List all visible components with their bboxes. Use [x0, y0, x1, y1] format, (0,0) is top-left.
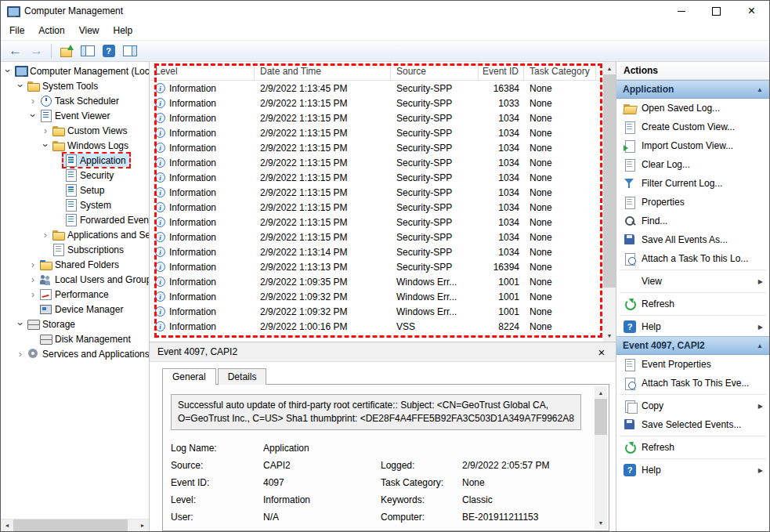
event-row[interactable]: Information2/9/2022 1:13:15 PMSecurity-S…	[150, 110, 616, 125]
tree-item-local-users-and-groups[interactable]: Local Users and Groups	[1, 272, 149, 287]
event-row[interactable]: Information2/9/2022 1:13:15 PMSecurity-S…	[150, 230, 616, 244]
tree-item-services-and-applications[interactable]: Services and Applications	[1, 346, 149, 361]
action-help[interactable]: Help	[616, 317, 769, 336]
tree-item-setup[interactable]: Setup	[1, 183, 149, 197]
tree-item-forwarded-event[interactable]: Forwarded Event	[1, 212, 149, 227]
chevron-expanded-icon[interactable]	[15, 81, 26, 91]
tree-item-application[interactable]: Application	[1, 153, 149, 168]
collapse-chevron-icon[interactable]	[757, 342, 763, 349]
action-create-custom-view[interactable]: Create Custom View...	[616, 118, 769, 136]
action-find[interactable]: Find...	[616, 212, 769, 230]
tree-item-computer-management-local[interactable]: Computer Management (Local	[1, 63, 149, 78]
column-header-source[interactable]: Source	[391, 62, 479, 80]
tab-details[interactable]: Details	[218, 368, 267, 385]
tree-item-performance[interactable]: Performance	[1, 287, 149, 302]
menu-item-help[interactable]: Help	[107, 23, 140, 38]
scrollbar-thumb[interactable]	[595, 399, 607, 435]
actions-section-event-4097-capi2[interactable]: Event 4097, CAPI2	[616, 336, 769, 355]
action-import-custom-view[interactable]: Import Custom View...	[616, 136, 769, 155]
scroll-down-button[interactable]	[603, 329, 616, 342]
action-event-properties[interactable]: Event Properties	[616, 355, 769, 374]
tree-item-applications-and-se[interactable]: Applications and Se	[1, 227, 149, 242]
tree-item-disk-management[interactable]: Disk Management	[1, 331, 149, 346]
chevron-expanded-icon[interactable]	[27, 110, 38, 121]
action-help[interactable]: Help	[616, 461, 769, 480]
action-open-saved-log[interactable]: Open Saved Log...	[616, 99, 769, 118]
menu-item-action[interactable]: Action	[31, 23, 71, 38]
minimize-button[interactable]	[663, 1, 699, 21]
event-row[interactable]: Information2/9/2022 1:13:15 PMSecurity-S…	[150, 125, 616, 140]
action-refresh[interactable]: Refresh	[616, 295, 769, 313]
tree-item-system-tools[interactable]: System Tools	[1, 78, 149, 93]
chevron-expanded-icon[interactable]	[2, 66, 13, 76]
chevron-expanded-icon[interactable]	[40, 140, 51, 150]
chevron-collapsed-icon[interactable]	[27, 274, 38, 284]
tree-item-custom-views[interactable]: Custom Views	[1, 123, 149, 138]
event-row[interactable]: Information2/9/2022 1:13:13 PMSecurity-S…	[150, 259, 616, 274]
chevron-collapsed-icon[interactable]	[15, 349, 26, 359]
event-row[interactable]: Information2/9/2022 1:13:14 PMSecurity-S…	[150, 244, 616, 259]
event-row[interactable]: Information2/9/2022 1:00:16 PMVSS8224Non…	[150, 319, 616, 334]
action-copy[interactable]: Copy	[616, 396, 769, 415]
event-row[interactable]: Information2/9/2022 1:09:32 PMWindows Er…	[150, 304, 616, 319]
scroll-right-button[interactable]	[136, 519, 149, 532]
actions-section-application[interactable]: Application	[616, 80, 769, 99]
chevron-expanded-icon[interactable]	[15, 319, 26, 329]
chevron-collapsed-icon[interactable]	[40, 230, 51, 240]
action-save-selected-events[interactable]: Save Selected Events...	[616, 415, 769, 434]
action-properties[interactable]: Properties	[616, 193, 769, 212]
collapse-chevron-icon[interactable]	[757, 86, 763, 93]
tree-item-task-scheduler[interactable]: Task Scheduler	[1, 93, 149, 108]
close-detail-icon[interactable]	[595, 346, 608, 359]
action-attach-a-task-to-this-lo[interactable]: Attach a Task To this Lo...	[616, 249, 769, 268]
event-row[interactable]: Information2/9/2022 1:13:15 PMSecurity-S…	[150, 170, 616, 185]
tab-general[interactable]: General	[162, 368, 216, 385]
detail-scrollbar[interactable]	[595, 386, 607, 529]
show-action-pane-button[interactable]	[120, 42, 139, 60]
show-console-tree-button[interactable]	[78, 42, 97, 60]
column-header-event-id[interactable]: Event ID	[479, 62, 524, 80]
event-row[interactable]: Information2/9/2022 1:13:15 PMSecurity-S…	[150, 185, 616, 200]
chevron-collapsed-icon[interactable]	[27, 259, 38, 270]
chevron-collapsed-icon[interactable]	[27, 96, 38, 106]
event-row[interactable]: Information2/9/2022 1:13:15 PMSecurity-S…	[150, 200, 616, 215]
tree-item-system[interactable]: System	[1, 197, 149, 212]
forward-button[interactable]	[27, 42, 46, 60]
tree-item-device-manager[interactable]: Device Manager	[1, 302, 149, 317]
event-row[interactable]: Information2/9/2022 1:13:15 PMSecurity-S…	[150, 215, 616, 230]
scroll-left-button[interactable]	[1, 519, 13, 532]
menu-item-view[interactable]: View	[72, 23, 107, 38]
up-level-button[interactable]	[56, 42, 76, 60]
chevron-collapsed-icon[interactable]	[40, 125, 51, 136]
chevron-collapsed-icon[interactable]	[27, 289, 38, 299]
menu-item-file[interactable]: File	[2, 23, 31, 38]
scroll-up-button[interactable]	[603, 62, 616, 74]
action-clear-log[interactable]: Clear Log...	[616, 155, 769, 174]
help-button[interactable]	[99, 42, 118, 60]
tree-item-event-viewer[interactable]: Event Viewer	[1, 108, 149, 123]
event-row[interactable]: Information2/9/2022 1:09:32 PMWindows Er…	[150, 289, 616, 304]
event-list-scrollbar[interactable]	[603, 62, 616, 342]
scrollbar-thumb[interactable]	[603, 74, 616, 288]
tree-item-storage[interactable]: Storage	[1, 317, 149, 331]
action-save-all-events-as[interactable]: Save All Events As...	[616, 230, 769, 249]
scroll-down-button[interactable]	[595, 516, 607, 529]
action-filter-current-log[interactable]: Filter Current Log...	[616, 174, 769, 193]
column-header-task-category[interactable]: Task Category	[524, 62, 596, 80]
event-row[interactable]: Information2/9/2022 1:13:15 PMSecurity-S…	[150, 140, 616, 155]
tree-item-subscriptions[interactable]: Subscriptions	[1, 242, 149, 257]
action-attach-task-to-this-eve[interactable]: Attach Task To This Eve...	[616, 374, 769, 393]
scrollbar-thumb[interactable]	[13, 519, 128, 532]
tree-item-security[interactable]: Security	[1, 168, 149, 183]
action-view[interactable]: View	[616, 272, 769, 291]
event-row[interactable]: Information2/9/2022 1:13:15 PMSecurity-S…	[150, 155, 616, 170]
tree-horizontal-scrollbar[interactable]	[1, 519, 149, 531]
tree-item-windows-logs[interactable]: Windows Logs	[1, 138, 149, 153]
action-refresh[interactable]: Refresh	[616, 438, 769, 457]
scroll-up-button[interactable]	[595, 386, 607, 399]
back-button[interactable]	[5, 42, 25, 60]
column-header-level[interactable]: Level	[150, 62, 255, 80]
close-button[interactable]	[734, 1, 769, 21]
maximize-button[interactable]	[699, 1, 734, 21]
column-header-date-and-time[interactable]: Date and Time	[255, 62, 391, 80]
